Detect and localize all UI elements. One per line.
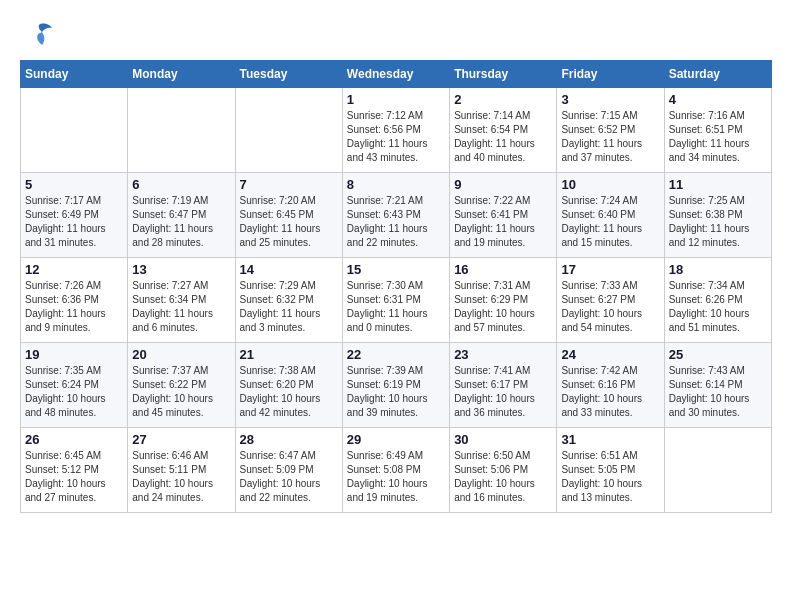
day-number: 31: [561, 432, 659, 447]
logo-bird-icon: [24, 20, 54, 50]
day-number: 27: [132, 432, 230, 447]
calendar-cell: 11Sunrise: 7:25 AM Sunset: 6:38 PM Dayli…: [664, 173, 771, 258]
calendar-cell: 10Sunrise: 7:24 AM Sunset: 6:40 PM Dayli…: [557, 173, 664, 258]
day-number: 16: [454, 262, 552, 277]
day-info: Sunrise: 7:12 AM Sunset: 6:56 PM Dayligh…: [347, 109, 445, 165]
header-sunday: Sunday: [21, 61, 128, 88]
day-number: 18: [669, 262, 767, 277]
header-monday: Monday: [128, 61, 235, 88]
calendar-cell: 30Sunrise: 6:50 AM Sunset: 5:06 PM Dayli…: [450, 428, 557, 513]
day-info: Sunrise: 6:46 AM Sunset: 5:11 PM Dayligh…: [132, 449, 230, 505]
day-info: Sunrise: 6:50 AM Sunset: 5:06 PM Dayligh…: [454, 449, 552, 505]
day-info: Sunrise: 6:45 AM Sunset: 5:12 PM Dayligh…: [25, 449, 123, 505]
calendar-cell: 20Sunrise: 7:37 AM Sunset: 6:22 PM Dayli…: [128, 343, 235, 428]
calendar-cell: 9Sunrise: 7:22 AM Sunset: 6:41 PM Daylig…: [450, 173, 557, 258]
day-info: Sunrise: 7:35 AM Sunset: 6:24 PM Dayligh…: [25, 364, 123, 420]
day-number: 9: [454, 177, 552, 192]
calendar-cell: 16Sunrise: 7:31 AM Sunset: 6:29 PM Dayli…: [450, 258, 557, 343]
day-number: 6: [132, 177, 230, 192]
calendar-cell: 13Sunrise: 7:27 AM Sunset: 6:34 PM Dayli…: [128, 258, 235, 343]
day-info: Sunrise: 7:21 AM Sunset: 6:43 PM Dayligh…: [347, 194, 445, 250]
day-info: Sunrise: 7:29 AM Sunset: 6:32 PM Dayligh…: [240, 279, 338, 335]
day-number: 1: [347, 92, 445, 107]
calendar-cell: 3Sunrise: 7:15 AM Sunset: 6:52 PM Daylig…: [557, 88, 664, 173]
day-info: Sunrise: 7:15 AM Sunset: 6:52 PM Dayligh…: [561, 109, 659, 165]
logo: [20, 20, 54, 50]
day-number: 12: [25, 262, 123, 277]
header: [20, 20, 772, 50]
day-info: Sunrise: 7:37 AM Sunset: 6:22 PM Dayligh…: [132, 364, 230, 420]
calendar-week-row: 12Sunrise: 7:26 AM Sunset: 6:36 PM Dayli…: [21, 258, 772, 343]
day-info: Sunrise: 7:30 AM Sunset: 6:31 PM Dayligh…: [347, 279, 445, 335]
calendar-cell: [21, 88, 128, 173]
day-number: 3: [561, 92, 659, 107]
day-number: 11: [669, 177, 767, 192]
calendar-cell: 12Sunrise: 7:26 AM Sunset: 6:36 PM Dayli…: [21, 258, 128, 343]
calendar-cell: 4Sunrise: 7:16 AM Sunset: 6:51 PM Daylig…: [664, 88, 771, 173]
day-info: Sunrise: 6:51 AM Sunset: 5:05 PM Dayligh…: [561, 449, 659, 505]
calendar-cell: 5Sunrise: 7:17 AM Sunset: 6:49 PM Daylig…: [21, 173, 128, 258]
day-info: Sunrise: 7:22 AM Sunset: 6:41 PM Dayligh…: [454, 194, 552, 250]
day-info: Sunrise: 7:26 AM Sunset: 6:36 PM Dayligh…: [25, 279, 123, 335]
calendar-cell: 21Sunrise: 7:38 AM Sunset: 6:20 PM Dayli…: [235, 343, 342, 428]
day-number: 7: [240, 177, 338, 192]
day-info: Sunrise: 7:38 AM Sunset: 6:20 PM Dayligh…: [240, 364, 338, 420]
day-info: Sunrise: 7:39 AM Sunset: 6:19 PM Dayligh…: [347, 364, 445, 420]
day-info: Sunrise: 7:41 AM Sunset: 6:17 PM Dayligh…: [454, 364, 552, 420]
day-info: Sunrise: 7:34 AM Sunset: 6:26 PM Dayligh…: [669, 279, 767, 335]
day-number: 23: [454, 347, 552, 362]
day-number: 17: [561, 262, 659, 277]
calendar-week-row: 26Sunrise: 6:45 AM Sunset: 5:12 PM Dayli…: [21, 428, 772, 513]
day-info: Sunrise: 7:24 AM Sunset: 6:40 PM Dayligh…: [561, 194, 659, 250]
day-number: 20: [132, 347, 230, 362]
day-info: Sunrise: 7:14 AM Sunset: 6:54 PM Dayligh…: [454, 109, 552, 165]
calendar-cell: 6Sunrise: 7:19 AM Sunset: 6:47 PM Daylig…: [128, 173, 235, 258]
day-info: Sunrise: 7:27 AM Sunset: 6:34 PM Dayligh…: [132, 279, 230, 335]
day-info: Sunrise: 7:33 AM Sunset: 6:27 PM Dayligh…: [561, 279, 659, 335]
calendar-cell: 24Sunrise: 7:42 AM Sunset: 6:16 PM Dayli…: [557, 343, 664, 428]
day-number: 29: [347, 432, 445, 447]
calendar-header-row: SundayMondayTuesdayWednesdayThursdayFrid…: [21, 61, 772, 88]
day-number: 10: [561, 177, 659, 192]
calendar-cell: 29Sunrise: 6:49 AM Sunset: 5:08 PM Dayli…: [342, 428, 449, 513]
calendar-cell: 25Sunrise: 7:43 AM Sunset: 6:14 PM Dayli…: [664, 343, 771, 428]
day-info: Sunrise: 7:43 AM Sunset: 6:14 PM Dayligh…: [669, 364, 767, 420]
day-info: Sunrise: 7:20 AM Sunset: 6:45 PM Dayligh…: [240, 194, 338, 250]
header-thursday: Thursday: [450, 61, 557, 88]
calendar-cell: 7Sunrise: 7:20 AM Sunset: 6:45 PM Daylig…: [235, 173, 342, 258]
day-number: 24: [561, 347, 659, 362]
calendar-week-row: 19Sunrise: 7:35 AM Sunset: 6:24 PM Dayli…: [21, 343, 772, 428]
calendar-cell: [664, 428, 771, 513]
calendar-cell: 27Sunrise: 6:46 AM Sunset: 5:11 PM Dayli…: [128, 428, 235, 513]
calendar-cell: 1Sunrise: 7:12 AM Sunset: 6:56 PM Daylig…: [342, 88, 449, 173]
day-info: Sunrise: 7:17 AM Sunset: 6:49 PM Dayligh…: [25, 194, 123, 250]
calendar-cell: [235, 88, 342, 173]
calendar-cell: [128, 88, 235, 173]
day-info: Sunrise: 6:47 AM Sunset: 5:09 PM Dayligh…: [240, 449, 338, 505]
calendar-cell: 23Sunrise: 7:41 AM Sunset: 6:17 PM Dayli…: [450, 343, 557, 428]
calendar-cell: 31Sunrise: 6:51 AM Sunset: 5:05 PM Dayli…: [557, 428, 664, 513]
day-info: Sunrise: 7:16 AM Sunset: 6:51 PM Dayligh…: [669, 109, 767, 165]
day-number: 5: [25, 177, 123, 192]
header-friday: Friday: [557, 61, 664, 88]
calendar-cell: 28Sunrise: 6:47 AM Sunset: 5:09 PM Dayli…: [235, 428, 342, 513]
day-number: 21: [240, 347, 338, 362]
calendar-cell: 15Sunrise: 7:30 AM Sunset: 6:31 PM Dayli…: [342, 258, 449, 343]
day-number: 2: [454, 92, 552, 107]
day-number: 4: [669, 92, 767, 107]
calendar-cell: 18Sunrise: 7:34 AM Sunset: 6:26 PM Dayli…: [664, 258, 771, 343]
day-info: Sunrise: 7:31 AM Sunset: 6:29 PM Dayligh…: [454, 279, 552, 335]
day-number: 15: [347, 262, 445, 277]
day-number: 30: [454, 432, 552, 447]
day-info: Sunrise: 6:49 AM Sunset: 5:08 PM Dayligh…: [347, 449, 445, 505]
calendar-cell: 2Sunrise: 7:14 AM Sunset: 6:54 PM Daylig…: [450, 88, 557, 173]
calendar-week-row: 5Sunrise: 7:17 AM Sunset: 6:49 PM Daylig…: [21, 173, 772, 258]
calendar-cell: 14Sunrise: 7:29 AM Sunset: 6:32 PM Dayli…: [235, 258, 342, 343]
calendar-table: SundayMondayTuesdayWednesdayThursdayFrid…: [20, 60, 772, 513]
calendar-cell: 8Sunrise: 7:21 AM Sunset: 6:43 PM Daylig…: [342, 173, 449, 258]
day-number: 26: [25, 432, 123, 447]
header-saturday: Saturday: [664, 61, 771, 88]
calendar-cell: 19Sunrise: 7:35 AM Sunset: 6:24 PM Dayli…: [21, 343, 128, 428]
day-number: 28: [240, 432, 338, 447]
day-info: Sunrise: 7:42 AM Sunset: 6:16 PM Dayligh…: [561, 364, 659, 420]
